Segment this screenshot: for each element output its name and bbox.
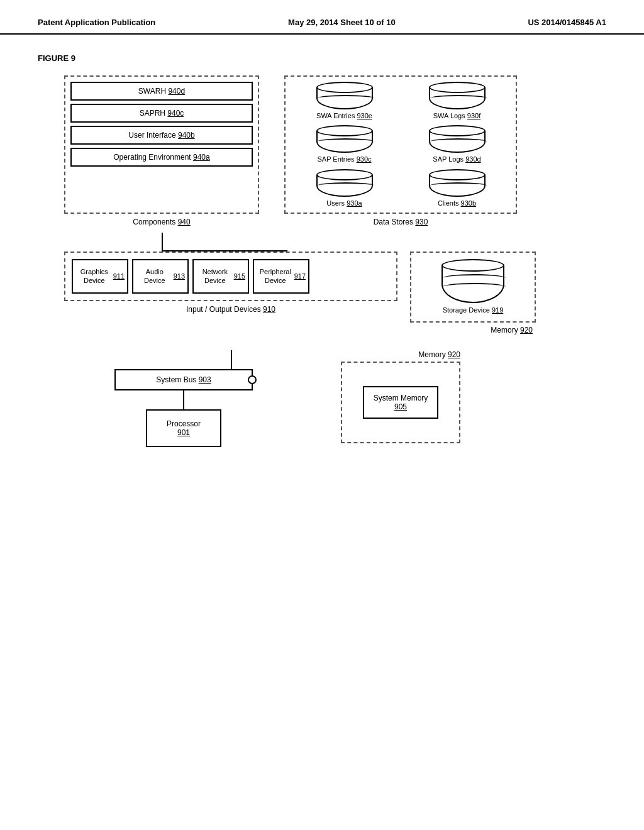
- sap-entries-body: [316, 125, 373, 153]
- storage-cyl-line1: [443, 274, 506, 282]
- io-label: Input / Output Devices 910: [186, 305, 275, 314]
- components-box: SWARH 940d SAPRH 940c User Interface 940…: [64, 75, 259, 214]
- comp-to-io-line: [162, 233, 163, 252]
- users-line: [318, 182, 374, 189]
- page-header: Patent Application Publication May 29, 2…: [0, 0, 644, 35]
- components-label: Components 940: [133, 218, 190, 226]
- datastores-box: SWA Entries 930e SWA Logs 930f: [284, 75, 517, 214]
- header-right: US 2014/0145845 A1: [528, 18, 606, 27]
- ds-users: Users 930a: [291, 169, 398, 208]
- io-to-bus-line: [231, 350, 232, 369]
- diagram-area: SWARH 940d SAPRH 940c User Interface 940…: [0, 69, 644, 472]
- storage-memory-box: Storage Device 919: [410, 252, 536, 323]
- storage-cylinder: Storage Device 919: [441, 259, 504, 315]
- bottom-section: System Bus 903 Processor901 Memory 920: [64, 369, 580, 447]
- storage-memory-area: Storage Device 919 Memory 920: [410, 252, 536, 335]
- figure-label: FIGURE 9: [0, 35, 644, 69]
- sap-logs-label: SAP Logs 930d: [433, 155, 480, 163]
- sap-entries-line: [318, 138, 374, 145]
- ds-sap-entries: SAP Entries 930c: [291, 125, 398, 163]
- middle-connector: [64, 350, 580, 369]
- datastores-label: Data Stores 930: [374, 218, 428, 226]
- peripheral-device: Peripheral Device 917: [253, 259, 309, 294]
- users-label: Users 930a: [326, 199, 362, 208]
- storage-cyl-line2: [443, 283, 506, 290]
- datastores-grid: SWA Entries 930e SWA Logs 930f: [291, 82, 511, 208]
- processor-box: Processor901: [146, 409, 221, 447]
- ds-swa-entries: SWA Entries 930e: [291, 82, 398, 120]
- ds-swa-logs: SWA Logs 930f: [403, 82, 511, 120]
- swa-entries-top: [316, 82, 373, 93]
- clients-line: [430, 182, 487, 189]
- swa-logs-body: [429, 82, 486, 109]
- users-top: [316, 169, 373, 180]
- top-connector-area: [64, 233, 580, 252]
- ds-clients: Clients 930b: [403, 169, 511, 208]
- clients-body: [429, 169, 486, 197]
- header-left: Patent Application Publication: [38, 18, 155, 27]
- swa-logs-label: SWA Logs 930f: [433, 111, 480, 120]
- storage-label: Storage Device 919: [443, 306, 504, 315]
- swa-entries-label: SWA Entries 930e: [316, 111, 372, 120]
- middle-section: Graphics Device 911 Audio Device 913 Net…: [64, 252, 580, 335]
- bus-circle-connector: [248, 375, 257, 384]
- storage-cyl-top: [441, 259, 504, 272]
- memory-label: Memory 920: [410, 326, 536, 335]
- network-device: Network Device 915: [192, 259, 249, 294]
- audio-device: Audio Device 913: [132, 259, 189, 294]
- memory-920-label: Memory 920: [341, 350, 460, 359]
- memory-dashed-box: System Memory905: [341, 362, 460, 443]
- io-outer: Graphics Device 911 Audio Device 913 Net…: [64, 252, 397, 301]
- system-memory-box: System Memory905: [363, 386, 439, 419]
- io-box: Graphics Device 911 Audio Device 913 Net…: [64, 252, 397, 301]
- saprh-ref: 940c: [167, 109, 184, 118]
- component-saprh: SAPRH 940c: [70, 104, 253, 123]
- system-bus-box: System Bus 903: [114, 369, 253, 390]
- sap-logs-line: [430, 138, 487, 145]
- swarh-ref: 940d: [168, 87, 185, 96]
- header-middle: May 29, 2014 Sheet 10 of 10: [288, 18, 396, 27]
- component-ui: User Interface 940b: [70, 126, 253, 145]
- swa-logs-line: [430, 95, 487, 101]
- sap-entries-label: SAP Entries 930c: [317, 155, 371, 163]
- component-oe: Operating Environment 940a: [70, 148, 253, 167]
- full-diagram: SWARH 940d SAPRH 940c User Interface 940…: [64, 75, 580, 447]
- io-devices-grid: Graphics Device 911 Audio Device 913 Net…: [72, 259, 390, 294]
- memory-right-area: Memory 920 System Memory905: [341, 350, 460, 443]
- ds-sap-logs: SAP Logs 930d: [403, 125, 511, 163]
- graphics-device: Graphics Device 911: [72, 259, 128, 294]
- clients-label: Clients 930b: [438, 199, 476, 208]
- swa-entries-line: [318, 95, 374, 101]
- swa-entries-body: [316, 82, 373, 109]
- oe-ref: 940a: [193, 153, 210, 162]
- sap-logs-body: [429, 125, 486, 153]
- users-body: [316, 169, 373, 197]
- component-swarh: SWARH 940d: [70, 82, 253, 101]
- swa-logs-top: [429, 82, 486, 93]
- clients-top: [429, 169, 486, 180]
- bus-processor-col: System Bus 903 Processor901: [64, 369, 303, 447]
- ui-ref: 940b: [178, 131, 195, 140]
- bus-to-proc-line: [183, 390, 184, 409]
